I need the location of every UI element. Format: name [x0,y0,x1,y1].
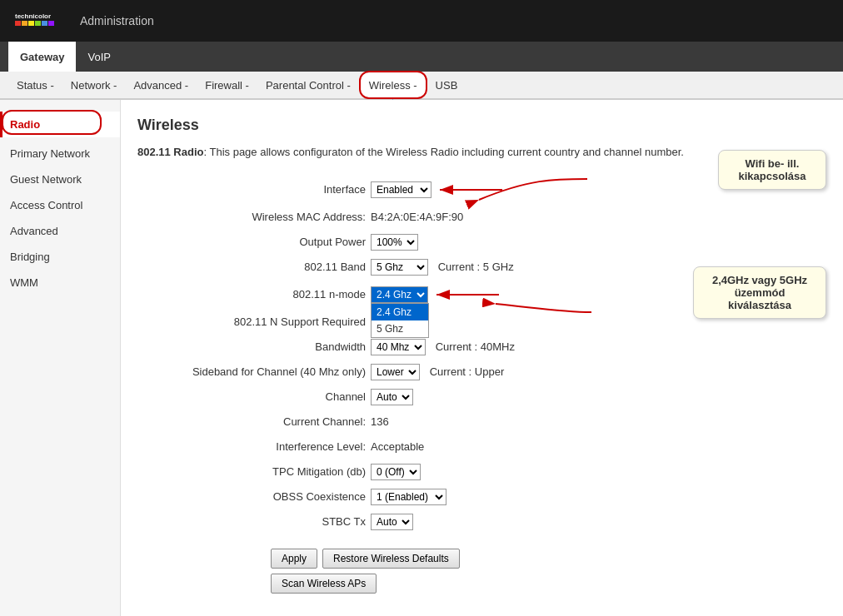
svg-rect-1 [15,21,21,26]
band-select[interactable]: 2.4 Ghz 5 Ghz [371,259,428,276]
stbc-row: STBC Tx Auto [154,512,826,532]
mac-label: Wireless MAC Address: [154,211,371,223]
bandwidth-current: Current : 40MHz [436,340,515,353]
nmode-select[interactable]: 2.4 Ghz 5 Ghz [371,286,428,303]
output-power-select[interactable]: 100% 75% 50% 25% [371,234,418,251]
nav-status[interactable]: Status - [8,71,62,99]
interface-arrow [436,177,502,202]
sidebar-item-radio[interactable]: Radio [0,112,120,137]
wifi-toggle-tooltip: Wifi be- ill. kikapcsolása [718,150,826,190]
nmode-value: 2.4 Ghz 5 Ghz 2.4 Ghz 5 Ghz [371,286,428,303]
tpc-row: TPC Mitigation (db) 0 (Off) [154,462,826,482]
nav-usb[interactable]: USB [427,71,466,99]
stbc-value: Auto [371,514,413,530]
nav-voip[interactable]: VoIP [76,42,122,72]
secondary-nav: Status - Network - Advanced - Firewall -… [0,72,843,100]
sidebar-item-bridging[interactable]: Bridging [0,244,120,270]
sideband-label: Sideband for Channel (40 Mhz only) [154,365,371,378]
obss-row: OBSS Coexistence 1 (Enabled) 0 (Disabled… [154,487,826,507]
sideband-row: Sideband for Channel (40 Mhz only) Lower… [154,362,826,382]
nav-gateway[interactable]: Gateway [8,42,76,72]
bandwidth-select[interactable]: 40 Mhz 20 Mhz [371,339,426,355]
svg-rect-4 [35,21,41,26]
scan-button[interactable]: Scan Wireless APs [271,574,377,594]
svg-rect-3 [28,21,34,26]
bandwidth-value: 40 Mhz 20 Mhz Current : 40MHz [371,339,515,355]
technicolor-logo: technicolor [13,8,55,33]
nmode-arrow [432,282,499,307]
band-select-tooltip: 2,4GHz vagy 5GHz üzemmód kiválasztása [693,266,826,319]
tpc-value: 0 (Off) [371,464,421,480]
interference-row: Interference Level: Acceptable [154,437,826,457]
obss-select[interactable]: 1 (Enabled) 0 (Disabled) [371,489,446,505]
band-current: Current : 5 GHz [438,261,514,273]
tpc-select[interactable]: 0 (Off) [371,464,421,480]
sideband-current: Current : Upper [430,365,505,378]
channel-value: Auto [371,389,413,405]
interference-value: Acceptable [371,440,424,453]
output-power-row: Output Power 100% 75% 50% 25% [154,232,826,252]
sidebar-item-wmm[interactable]: WMM [0,270,120,296]
tpc-label: TPC Mitigation (db) [154,465,371,478]
interface-select[interactable]: Enabled Disabled [371,181,431,198]
nav-advanced[interactable]: Advanced - [125,71,197,99]
output-power-label: Output Power [154,236,371,248]
nav-network[interactable]: Network - [62,71,126,99]
header-title: Administration [80,14,154,27]
mac-value: B4:2A:0E:4A:9F:90 [371,211,463,223]
nmode-option-2-4[interactable]: 2.4 Ghz [372,304,428,320]
nmode-option-5[interactable]: 5 Ghz [372,320,428,337]
interface-label: Interface [154,183,371,196]
channel-label: Channel [154,390,371,403]
nmode-label: 802.11 n-mode [154,288,371,301]
nsupport-label: 802.11 N Support Required [154,315,371,328]
nmode-dropdown-container: 2.4 Ghz 5 Ghz 2.4 Ghz 5 Ghz [371,286,428,303]
sidebar-item-advanced[interactable]: Advanced [0,218,120,244]
output-power-value: 100% 75% 50% 25% [371,234,418,251]
sidebar-item-guest-network[interactable]: Guest Network [0,166,120,192]
band-value: 2.4 Ghz 5 Ghz Current : 5 GHz [371,259,514,276]
sideband-value: Lower Upper Current : Upper [371,364,504,380]
main-layout: Radio Primary Network Guest Network Acce… [0,100,843,616]
svg-text:technicolor: technicolor [15,12,51,20]
sidebar-item-primary-network[interactable]: Primary Network [0,141,120,166]
sidebar: Radio Primary Network Guest Network Acce… [0,100,121,616]
apply-button[interactable]: Apply [271,549,317,569]
bandwidth-label: Bandwidth [154,340,371,353]
current-channel-row: Current Channel: 136 [154,412,826,432]
sideband-select[interactable]: Lower Upper [371,364,420,380]
nmode-dropdown-menu: 2.4 Ghz 5 Ghz [371,303,429,338]
page-title: Wireless [137,117,826,134]
interference-label: Interference Level: [154,440,371,453]
channel-select[interactable]: Auto [371,389,413,405]
mac-row: Wireless MAC Address: B4:2A:0E:4A:9F:90 [154,207,826,227]
svg-rect-5 [42,21,47,26]
button-row: Apply Restore Wireless Defaults Scan Wir… [271,549,826,594]
current-channel-value: 136 [371,415,389,428]
svg-rect-6 [48,21,54,26]
interface-value: Enabled Disabled [371,181,431,198]
current-channel-label: Current Channel: [154,415,371,428]
top-header: technicolor Administration [0,0,843,42]
svg-rect-2 [22,21,27,26]
stbc-select[interactable]: Auto [371,514,413,530]
logo-area: technicolor [13,8,55,33]
nav-firewall[interactable]: Firewall - [197,71,257,99]
form-table: Interface Enabled Disabled [154,177,826,532]
restore-button[interactable]: Restore Wireless Defaults [322,549,460,569]
nav-wireless[interactable]: Wireless - ▲ [359,71,427,99]
obss-value: 1 (Enabled) 0 (Disabled) [371,489,446,505]
stbc-label: STBC Tx [154,515,371,528]
sidebar-item-access-control[interactable]: Access Control [0,192,120,218]
bandwidth-row: Bandwidth 40 Mhz 20 Mhz Current : 40MHz [154,337,826,357]
primary-nav: Gateway VoIP [0,42,843,72]
band-label: 802.11 Band [154,261,371,273]
channel-row: Channel Auto [154,387,826,407]
obss-label: OBSS Coexistence [154,490,371,503]
nav-parental[interactable]: Parental Control - [257,71,359,99]
content-area: Wireless 802.11 Radio: This page allows … [121,100,843,616]
